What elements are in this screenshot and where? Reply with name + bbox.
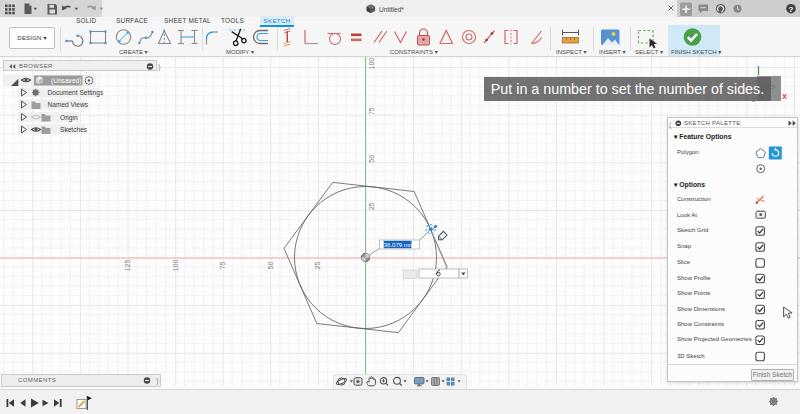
svg-text:50: 50 bbox=[368, 155, 375, 163]
svg-text:(: ( bbox=[669, 121, 672, 129]
svg-text:36.079 mm: 36.079 mm bbox=[384, 242, 414, 248]
svg-text:Named Views: Named Views bbox=[48, 101, 89, 108]
svg-text:Origin: Origin bbox=[60, 114, 78, 122]
svg-text:75: 75 bbox=[368, 107, 375, 115]
svg-text:(Unsaved): (Unsaved) bbox=[51, 77, 81, 85]
svg-text:50: 50 bbox=[267, 262, 274, 270]
svg-text:?: ? bbox=[789, 5, 794, 14]
svg-text:Document Settings: Document Settings bbox=[48, 89, 104, 97]
svg-text:Untitled*: Untitled* bbox=[379, 6, 404, 13]
svg-text:100: 100 bbox=[172, 260, 179, 272]
svg-text:25: 25 bbox=[368, 202, 375, 210]
svg-text:25: 25 bbox=[314, 262, 321, 270]
svg-text:100: 100 bbox=[368, 58, 375, 70]
svg-text:125: 125 bbox=[124, 260, 131, 272]
svg-text:75: 75 bbox=[219, 262, 226, 270]
svg-text:Sketches: Sketches bbox=[60, 126, 88, 133]
